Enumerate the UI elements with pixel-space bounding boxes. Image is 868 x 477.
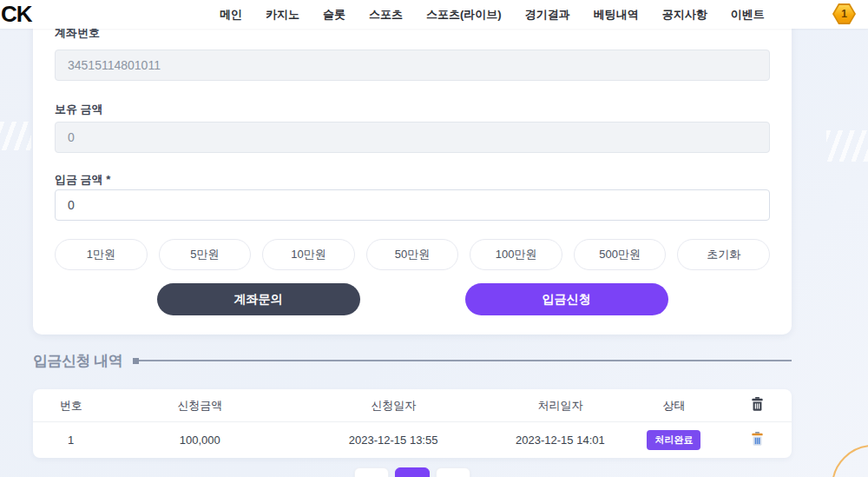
site-logo[interactable]: CK (1, 1, 32, 28)
notification-badge[interactable]: 1 (832, 3, 856, 24)
row-status: 처리완료 (625, 430, 724, 450)
table-row: 1 100,000 2023-12-15 13:55 2023-12-15 14… (33, 422, 792, 457)
deposit-amount-label: 입금 금액 * (55, 172, 110, 188)
nav-item-notice[interactable]: 공지사항 (662, 7, 707, 23)
row-process-date: 2023-12-15 14:01 (496, 434, 625, 447)
pagination: 1 (33, 467, 792, 477)
nav-item-sports-live[interactable]: 스포츠(라이브) (426, 7, 502, 23)
title-line-decoration (139, 360, 792, 361)
row-amount: 100,000 (108, 434, 291, 447)
balance-field: 0 (55, 122, 770, 153)
column-header-process-date: 처리일자 (496, 398, 625, 414)
quick-amount-100000-button[interactable]: 10만원 (262, 239, 355, 270)
form-action-row: 계좌문의 입금신청 (33, 283, 792, 315)
deposit-history-table: 번호 신청금액 신청일자 처리일자 상태 1 100,000 2023-12-1… (33, 389, 792, 458)
nav-item-slots[interactable]: 슬롯 (323, 7, 345, 23)
column-header-status: 상태 (625, 398, 724, 414)
quick-amount-1000000-button[interactable]: 100만원 (470, 239, 562, 270)
pagination-prev-button[interactable] (354, 467, 389, 477)
column-header-no: 번호 (33, 398, 108, 414)
table-header-row: 번호 신청금액 신청일자 처리일자 상태 (33, 389, 792, 422)
balance-label: 보유 금액 (55, 102, 103, 117)
quick-amount-50000-button[interactable]: 5만원 (159, 239, 252, 270)
history-section-title: 입금신청 내역 (33, 351, 122, 371)
delete-all-column (723, 397, 792, 414)
quick-amount-10000-button[interactable]: 1만원 (55, 239, 148, 270)
notification-count: 1 (834, 5, 854, 23)
nav-item-events[interactable]: 이벤트 (731, 7, 765, 23)
row-request-date: 2023-12-15 13:55 (291, 434, 496, 447)
column-header-amount: 신청금액 (108, 398, 291, 414)
deposit-amount-input[interactable]: 0 (55, 189, 770, 221)
main-menu: 메인 카지노 슬롯 스포츠 스포츠(라이브) 경기결과 베팅내역 공지사항 이벤… (220, 0, 765, 29)
pagination-page-1-button[interactable]: 1 (395, 467, 430, 477)
stripes-decoration-right (826, 130, 868, 162)
title-bullet-decoration (133, 358, 139, 364)
nav-item-betting-history[interactable]: 베팅내역 (594, 7, 639, 23)
orange-circle-decoration (832, 445, 868, 477)
trash-icon[interactable] (751, 397, 764, 411)
nav-item-casino[interactable]: 카지노 (266, 7, 299, 23)
account-number-field: 34515114801011 (55, 50, 770, 81)
stripes-decoration-left (0, 122, 31, 150)
quick-amount-5000000-button[interactable]: 500만원 (574, 239, 667, 270)
pagination-next-button[interactable] (436, 467, 470, 477)
nav-item-sports[interactable]: 스포츠 (369, 7, 403, 23)
quick-amount-500000-button[interactable]: 50만원 (366, 239, 459, 270)
top-nav: CK 메인 카지노 슬롯 스포츠 스포츠(라이브) 경기결과 베팅내역 공지사항… (0, 0, 868, 29)
reset-amount-button[interactable]: 초기화 (677, 239, 770, 270)
row-no: 1 (33, 434, 108, 447)
column-header-request-date: 신청일자 (291, 398, 496, 414)
quick-amount-row: 1만원 5만원 10만원 50만원 100만원 500만원 초기화 (55, 239, 770, 270)
status-badge: 처리완료 (647, 430, 700, 450)
account-inquiry-button[interactable]: 계좌문의 (157, 283, 360, 315)
nav-item-results[interactable]: 경기결과 (525, 7, 570, 23)
history-section-header: 입금신청 내역 (33, 349, 792, 372)
row-trash-icon[interactable] (751, 432, 764, 446)
deposit-form-card: 계좌번호 34515114801011 보유 금액 0 입금 금액 * 0 1만… (33, 0, 792, 335)
row-delete-column (723, 432, 792, 448)
nav-item-main[interactable]: 메인 (220, 7, 242, 23)
deposit-request-button[interactable]: 입금신청 (465, 283, 668, 315)
